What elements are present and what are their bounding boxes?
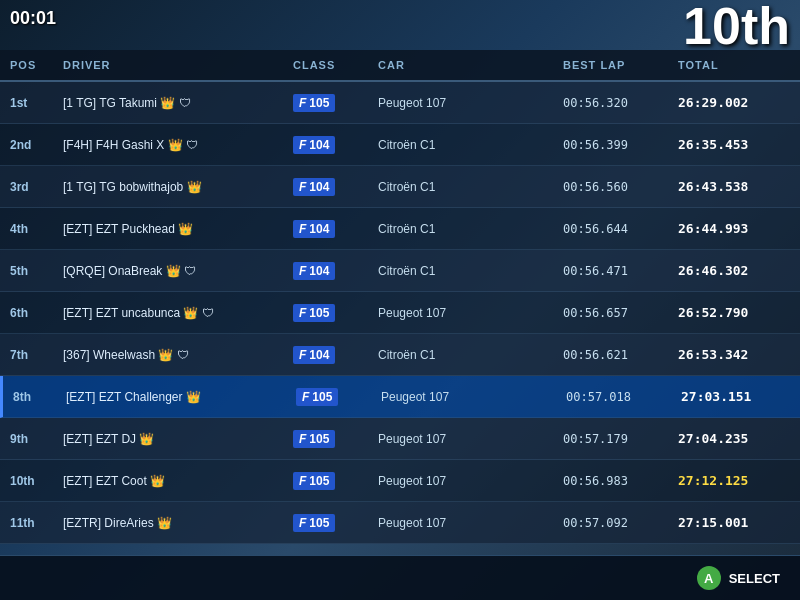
cell-class: F104: [285, 178, 370, 196]
class-badge: F105: [293, 94, 335, 112]
class-badge: F105: [293, 514, 335, 532]
race-timer: 00:01: [10, 8, 56, 29]
table-row: 11th [EZTR] DireAries 👑 F105 Peugeot 107…: [0, 502, 800, 544]
cell-driver: [EZT] EZT DJ 👑: [55, 432, 285, 446]
cell-car: Peugeot 107: [370, 432, 555, 446]
col-header-bestlap: BEST LAP: [555, 59, 670, 71]
table-row: 10th [EZT] EZT Coot 👑 F105 Peugeot 107 0…: [0, 460, 800, 502]
cell-pos: 10th: [0, 474, 55, 488]
cell-class: F104: [285, 136, 370, 154]
table-row: 6th [EZT] EZT uncabunca 👑 🛡 F105 Peugeot…: [0, 292, 800, 334]
table-row: 9th [EZT] EZT DJ 👑 F105 Peugeot 107 00:5…: [0, 418, 800, 460]
table-body: 1st [1 TG] TG Takumi 👑 🛡 F105 Peugeot 10…: [0, 82, 800, 544]
cell-pos: 4th: [0, 222, 55, 236]
cell-total: 26:52.790: [670, 305, 800, 320]
cell-bestlap: 00:56.644: [555, 222, 670, 236]
cell-driver: [1 TG] TG bobwithajob 👑: [55, 180, 285, 194]
cell-driver: [1 TG] TG Takumi 👑 🛡: [55, 96, 285, 110]
cell-total: 27:15.001: [670, 515, 800, 530]
class-badge: F104: [293, 136, 335, 154]
cell-car: Peugeot 107: [373, 390, 558, 404]
cell-driver: [EZT] EZT Coot 👑: [55, 474, 285, 488]
cell-total: 26:46.302: [670, 263, 800, 278]
cell-pos: 3rd: [0, 180, 55, 194]
bottom-bar: A SELECT: [0, 555, 800, 600]
table-row: 5th [QRQE] OnaBreak 👑 🛡 F104 Citroën C1 …: [0, 250, 800, 292]
cell-driver: [QRQE] OnaBreak 👑 🛡: [55, 264, 285, 278]
cell-car: Peugeot 107: [370, 96, 555, 110]
select-button[interactable]: A SELECT: [697, 566, 780, 590]
cell-bestlap: 00:57.179: [555, 432, 670, 446]
col-header-class: CLASS: [285, 59, 370, 71]
a-button-icon: A: [697, 566, 721, 590]
select-label: SELECT: [729, 571, 780, 586]
cell-total: 26:35.453: [670, 137, 800, 152]
table-row: 3rd [1 TG] TG bobwithajob 👑 F104 Citroën…: [0, 166, 800, 208]
class-badge: F105: [293, 304, 335, 322]
cell-driver: [EZT] EZT Puckhead 👑: [55, 222, 285, 236]
cell-bestlap: 00:56.471: [555, 264, 670, 278]
table-row: 4th [EZT] EZT Puckhead 👑 F104 Citroën C1…: [0, 208, 800, 250]
col-header-car: CAR: [370, 59, 555, 71]
table-row: 1st [1 TG] TG Takumi 👑 🛡 F105 Peugeot 10…: [0, 82, 800, 124]
cell-driver: [EZTR] DireAries 👑: [55, 516, 285, 530]
cell-bestlap: 00:57.018: [558, 390, 673, 404]
cell-class: F105: [285, 430, 370, 448]
cell-driver: [367] Wheelwash 👑 🛡: [55, 348, 285, 362]
cell-total: 27:03.151: [673, 389, 800, 404]
cell-total: 27:04.235: [670, 431, 800, 446]
cell-car: Citroën C1: [370, 264, 555, 278]
cell-car: Citroën C1: [370, 138, 555, 152]
cell-total: 27:12.125: [670, 473, 800, 488]
cell-class: F105: [285, 304, 370, 322]
cell-class: F105: [285, 514, 370, 532]
cell-pos: 5th: [0, 264, 55, 278]
cell-class: F104: [285, 346, 370, 364]
cell-class: F105: [285, 94, 370, 112]
cell-driver: [EZT] EZT Challenger 👑: [58, 390, 288, 404]
class-badge: F104: [293, 346, 335, 364]
cell-class: F104: [285, 262, 370, 280]
cell-class: F104: [285, 220, 370, 238]
class-badge: F104: [293, 262, 335, 280]
table-header: POS DRIVER CLASS CAR BEST LAP TOTAL: [0, 50, 800, 82]
cell-pos: 1st: [0, 96, 55, 110]
table-row: 2nd [F4H] F4H Gashi X 👑 🛡 F104 Citroën C…: [0, 124, 800, 166]
cell-class: F105: [288, 388, 373, 406]
cell-pos: 9th: [0, 432, 55, 446]
cell-total: 26:29.002: [670, 95, 800, 110]
cell-car: Citroën C1: [370, 180, 555, 194]
cell-total: 26:53.342: [670, 347, 800, 362]
cell-pos: 6th: [0, 306, 55, 320]
cell-pos: 2nd: [0, 138, 55, 152]
cell-bestlap: 00:56.399: [555, 138, 670, 152]
cell-driver: [EZT] EZT uncabunca 👑 🛡: [55, 306, 285, 320]
cell-car: Peugeot 107: [370, 516, 555, 530]
cell-car: Citroën C1: [370, 348, 555, 362]
class-badge: F104: [293, 220, 335, 238]
current-position: 10th: [683, 0, 790, 52]
cell-pos: 7th: [0, 348, 55, 362]
cell-bestlap: 00:56.657: [555, 306, 670, 320]
cell-bestlap: 00:56.983: [555, 474, 670, 488]
cell-class: F105: [285, 472, 370, 490]
results-table: POS DRIVER CLASS CAR BEST LAP TOTAL 1st …: [0, 50, 800, 550]
class-badge: F105: [296, 388, 338, 406]
cell-pos: 8th: [3, 390, 58, 404]
col-header-pos: POS: [0, 59, 55, 71]
class-badge: F104: [293, 178, 335, 196]
cell-pos: 11th: [0, 516, 55, 530]
cell-car: Citroën C1: [370, 222, 555, 236]
cell-car: Peugeot 107: [370, 474, 555, 488]
col-header-driver: DRIVER: [55, 59, 285, 71]
cell-bestlap: 00:56.560: [555, 180, 670, 194]
table-row: 7th [367] Wheelwash 👑 🛡 F104 Citroën C1 …: [0, 334, 800, 376]
table-row: 8th [EZT] EZT Challenger 👑 F105 Peugeot …: [0, 376, 800, 418]
col-header-total: TOTAL: [670, 59, 800, 71]
cell-bestlap: 00:56.320: [555, 96, 670, 110]
cell-bestlap: 00:56.621: [555, 348, 670, 362]
cell-total: 26:44.993: [670, 221, 800, 236]
cell-total: 26:43.538: [670, 179, 800, 194]
cell-car: Peugeot 107: [370, 306, 555, 320]
cell-driver: [F4H] F4H Gashi X 👑 🛡: [55, 138, 285, 152]
